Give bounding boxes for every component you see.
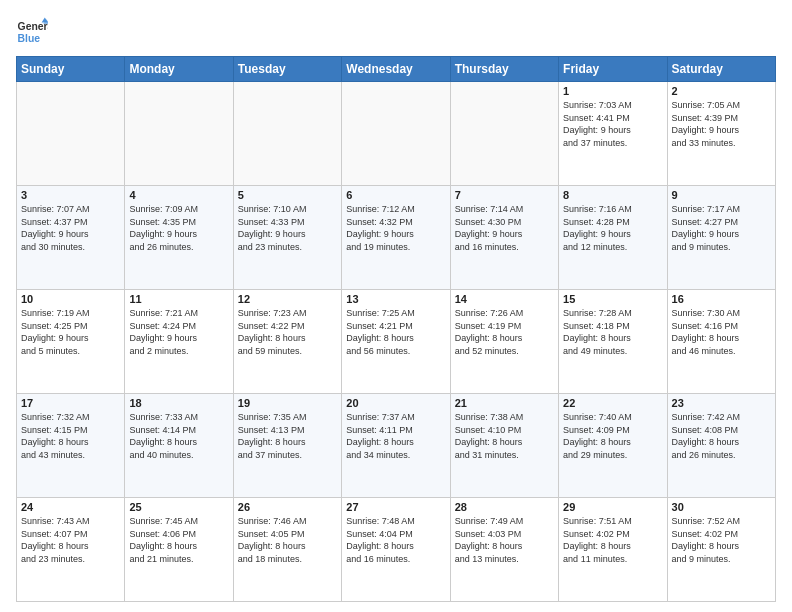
day-info: Sunrise: 7:32 AMSunset: 4:15 PMDaylight:… [21, 411, 120, 461]
day-cell: 14Sunrise: 7:26 AMSunset: 4:19 PMDayligh… [450, 290, 558, 394]
day-number: 15 [563, 293, 662, 305]
day-number: 16 [672, 293, 771, 305]
day-number: 17 [21, 397, 120, 409]
day-info: Sunrise: 7:49 AMSunset: 4:03 PMDaylight:… [455, 515, 554, 565]
day-info: Sunrise: 7:21 AMSunset: 4:24 PMDaylight:… [129, 307, 228, 357]
day-info: Sunrise: 7:14 AMSunset: 4:30 PMDaylight:… [455, 203, 554, 253]
day-info: Sunrise: 7:10 AMSunset: 4:33 PMDaylight:… [238, 203, 337, 253]
weekday-header-sunday: Sunday [17, 57, 125, 82]
calendar-header-row: SundayMondayTuesdayWednesdayThursdayFrid… [17, 57, 776, 82]
day-info: Sunrise: 7:46 AMSunset: 4:05 PMDaylight:… [238, 515, 337, 565]
day-info: Sunrise: 7:26 AMSunset: 4:19 PMDaylight:… [455, 307, 554, 357]
day-cell: 16Sunrise: 7:30 AMSunset: 4:16 PMDayligh… [667, 290, 775, 394]
day-number: 14 [455, 293, 554, 305]
weekday-header-friday: Friday [559, 57, 667, 82]
day-cell [17, 82, 125, 186]
day-number: 6 [346, 189, 445, 201]
day-cell: 30Sunrise: 7:52 AMSunset: 4:02 PMDayligh… [667, 498, 775, 602]
week-row-3: 10Sunrise: 7:19 AMSunset: 4:25 PMDayligh… [17, 290, 776, 394]
day-number: 2 [672, 85, 771, 97]
day-cell: 28Sunrise: 7:49 AMSunset: 4:03 PMDayligh… [450, 498, 558, 602]
day-cell: 22Sunrise: 7:40 AMSunset: 4:09 PMDayligh… [559, 394, 667, 498]
calendar-body: 1Sunrise: 7:03 AMSunset: 4:41 PMDaylight… [17, 82, 776, 602]
svg-text:General: General [18, 21, 48, 32]
day-number: 13 [346, 293, 445, 305]
day-cell: 27Sunrise: 7:48 AMSunset: 4:04 PMDayligh… [342, 498, 450, 602]
day-cell [233, 82, 341, 186]
weekday-header-tuesday: Tuesday [233, 57, 341, 82]
day-info: Sunrise: 7:09 AMSunset: 4:35 PMDaylight:… [129, 203, 228, 253]
day-info: Sunrise: 7:45 AMSunset: 4:06 PMDaylight:… [129, 515, 228, 565]
day-number: 22 [563, 397, 662, 409]
weekday-header-thursday: Thursday [450, 57, 558, 82]
day-cell: 10Sunrise: 7:19 AMSunset: 4:25 PMDayligh… [17, 290, 125, 394]
day-info: Sunrise: 7:42 AMSunset: 4:08 PMDaylight:… [672, 411, 771, 461]
day-number: 8 [563, 189, 662, 201]
day-info: Sunrise: 7:23 AMSunset: 4:22 PMDaylight:… [238, 307, 337, 357]
week-row-2: 3Sunrise: 7:07 AMSunset: 4:37 PMDaylight… [17, 186, 776, 290]
logo: General Blue [16, 16, 48, 48]
day-number: 12 [238, 293, 337, 305]
day-info: Sunrise: 7:40 AMSunset: 4:09 PMDaylight:… [563, 411, 662, 461]
day-info: Sunrise: 7:17 AMSunset: 4:27 PMDaylight:… [672, 203, 771, 253]
day-info: Sunrise: 7:43 AMSunset: 4:07 PMDaylight:… [21, 515, 120, 565]
logo-icon: General Blue [16, 16, 48, 48]
day-number: 9 [672, 189, 771, 201]
day-info: Sunrise: 7:28 AMSunset: 4:18 PMDaylight:… [563, 307, 662, 357]
day-cell: 2Sunrise: 7:05 AMSunset: 4:39 PMDaylight… [667, 82, 775, 186]
day-number: 20 [346, 397, 445, 409]
day-cell: 5Sunrise: 7:10 AMSunset: 4:33 PMDaylight… [233, 186, 341, 290]
day-number: 10 [21, 293, 120, 305]
weekday-header-wednesday: Wednesday [342, 57, 450, 82]
day-number: 1 [563, 85, 662, 97]
day-cell: 23Sunrise: 7:42 AMSunset: 4:08 PMDayligh… [667, 394, 775, 498]
day-cell [342, 82, 450, 186]
day-cell: 20Sunrise: 7:37 AMSunset: 4:11 PMDayligh… [342, 394, 450, 498]
day-cell: 4Sunrise: 7:09 AMSunset: 4:35 PMDaylight… [125, 186, 233, 290]
day-cell: 25Sunrise: 7:45 AMSunset: 4:06 PMDayligh… [125, 498, 233, 602]
day-number: 23 [672, 397, 771, 409]
day-info: Sunrise: 7:12 AMSunset: 4:32 PMDaylight:… [346, 203, 445, 253]
day-cell: 21Sunrise: 7:38 AMSunset: 4:10 PMDayligh… [450, 394, 558, 498]
day-number: 29 [563, 501, 662, 513]
calendar-table: SundayMondayTuesdayWednesdayThursdayFrid… [16, 56, 776, 602]
day-cell: 15Sunrise: 7:28 AMSunset: 4:18 PMDayligh… [559, 290, 667, 394]
day-number: 26 [238, 501, 337, 513]
day-number: 18 [129, 397, 228, 409]
day-cell: 13Sunrise: 7:25 AMSunset: 4:21 PMDayligh… [342, 290, 450, 394]
day-cell: 18Sunrise: 7:33 AMSunset: 4:14 PMDayligh… [125, 394, 233, 498]
page: General Blue SundayMondayTuesdayWednesda… [0, 0, 792, 612]
day-cell [450, 82, 558, 186]
day-number: 4 [129, 189, 228, 201]
header: General Blue [16, 16, 776, 48]
day-info: Sunrise: 7:51 AMSunset: 4:02 PMDaylight:… [563, 515, 662, 565]
day-info: Sunrise: 7:07 AMSunset: 4:37 PMDaylight:… [21, 203, 120, 253]
day-info: Sunrise: 7:52 AMSunset: 4:02 PMDaylight:… [672, 515, 771, 565]
day-info: Sunrise: 7:19 AMSunset: 4:25 PMDaylight:… [21, 307, 120, 357]
day-info: Sunrise: 7:16 AMSunset: 4:28 PMDaylight:… [563, 203, 662, 253]
day-info: Sunrise: 7:25 AMSunset: 4:21 PMDaylight:… [346, 307, 445, 357]
day-cell: 12Sunrise: 7:23 AMSunset: 4:22 PMDayligh… [233, 290, 341, 394]
day-info: Sunrise: 7:03 AMSunset: 4:41 PMDaylight:… [563, 99, 662, 149]
day-cell: 19Sunrise: 7:35 AMSunset: 4:13 PMDayligh… [233, 394, 341, 498]
week-row-1: 1Sunrise: 7:03 AMSunset: 4:41 PMDaylight… [17, 82, 776, 186]
week-row-4: 17Sunrise: 7:32 AMSunset: 4:15 PMDayligh… [17, 394, 776, 498]
day-cell: 6Sunrise: 7:12 AMSunset: 4:32 PMDaylight… [342, 186, 450, 290]
day-cell: 7Sunrise: 7:14 AMSunset: 4:30 PMDaylight… [450, 186, 558, 290]
day-info: Sunrise: 7:35 AMSunset: 4:13 PMDaylight:… [238, 411, 337, 461]
day-number: 7 [455, 189, 554, 201]
day-number: 27 [346, 501, 445, 513]
svg-text:Blue: Blue [18, 33, 41, 44]
day-number: 24 [21, 501, 120, 513]
day-number: 19 [238, 397, 337, 409]
day-number: 28 [455, 501, 554, 513]
day-number: 3 [21, 189, 120, 201]
day-info: Sunrise: 7:37 AMSunset: 4:11 PMDaylight:… [346, 411, 445, 461]
day-info: Sunrise: 7:33 AMSunset: 4:14 PMDaylight:… [129, 411, 228, 461]
day-cell: 26Sunrise: 7:46 AMSunset: 4:05 PMDayligh… [233, 498, 341, 602]
week-row-5: 24Sunrise: 7:43 AMSunset: 4:07 PMDayligh… [17, 498, 776, 602]
day-cell: 29Sunrise: 7:51 AMSunset: 4:02 PMDayligh… [559, 498, 667, 602]
day-number: 30 [672, 501, 771, 513]
weekday-header-saturday: Saturday [667, 57, 775, 82]
day-cell [125, 82, 233, 186]
